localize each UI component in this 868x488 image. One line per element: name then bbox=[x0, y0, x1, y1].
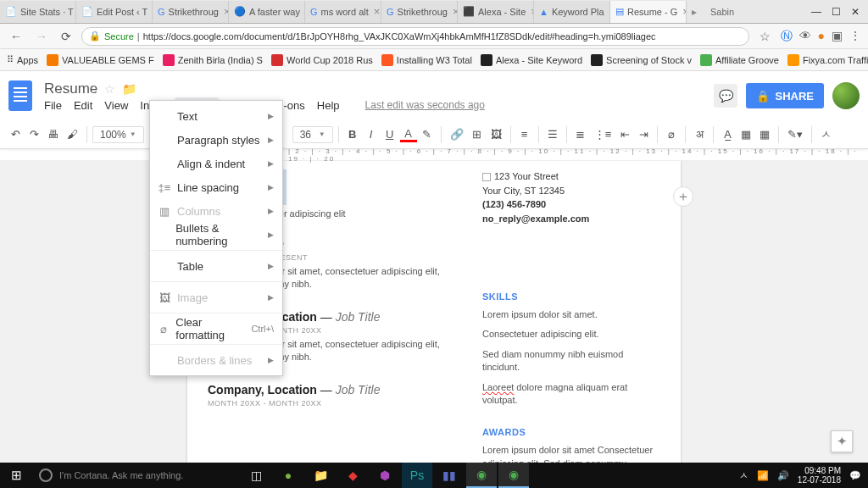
taskbar-app[interactable]: ● bbox=[273, 463, 303, 488]
explore-button[interactable]: ✦ bbox=[831, 430, 853, 452]
maximize-icon[interactable]: ☐ bbox=[832, 6, 841, 18]
tab-strike1[interactable]: GStrikethroug× bbox=[153, 1, 229, 23]
bookmark-item[interactable]: Screening of Stock v bbox=[591, 54, 692, 66]
line-spacing-icon[interactable]: ☰ bbox=[544, 125, 561, 145]
bold-icon[interactable]: B bbox=[344, 125, 361, 145]
skill-item[interactable]: Consectetuer adipiscing elit. bbox=[482, 328, 660, 341]
format-clear-formatting[interactable]: ⌀Clear formattingCtrl+\ bbox=[150, 317, 282, 341]
star-icon[interactable]: ☆ bbox=[756, 30, 774, 43]
bookmark-apps[interactable]: ⠿Apps bbox=[7, 54, 38, 65]
taskview-icon[interactable]: ◫ bbox=[241, 463, 271, 488]
numbered-list-icon[interactable]: ≣ bbox=[572, 125, 589, 145]
ext-icon[interactable]: Ⓝ bbox=[781, 29, 793, 44]
ext-icon[interactable]: ● bbox=[818, 29, 825, 44]
minimize-icon[interactable]: — bbox=[811, 6, 821, 18]
menu-icon[interactable]: ⋮ bbox=[849, 29, 861, 44]
url-field[interactable]: 🔒 Secure | https://docs.google.com/docum… bbox=[81, 27, 749, 46]
undo-icon[interactable]: ↶ bbox=[7, 125, 24, 145]
notifications-icon[interactable]: 💬 bbox=[849, 470, 861, 481]
taskbar-app[interactable]: Ps bbox=[402, 463, 432, 488]
cortana-search[interactable]: I'm Cortana. Ask me anything. bbox=[32, 463, 236, 488]
more-a-icon[interactable]: A̲ bbox=[719, 125, 736, 145]
add-comment-button[interactable]: ＋ bbox=[673, 186, 693, 207]
more-b-icon[interactable]: ▦ bbox=[737, 125, 754, 145]
taskbar-app[interactable]: ◆ bbox=[337, 463, 368, 488]
add-comment-icon[interactable]: ⊞ bbox=[469, 125, 486, 145]
ext-icon[interactable]: 👁 bbox=[799, 29, 811, 44]
tray-up-icon[interactable]: ㅅ bbox=[739, 469, 748, 482]
clear-format-icon[interactable]: ⌀ bbox=[663, 125, 680, 145]
italic-icon[interactable]: I bbox=[363, 125, 380, 145]
taskbar-app[interactable]: ⬢ bbox=[370, 463, 400, 488]
format-align-indent[interactable]: Align & indent▶ bbox=[150, 152, 282, 175]
doc-title[interactable]: Resume bbox=[44, 80, 97, 97]
bookmark-item[interactable]: Installing W3 Total bbox=[381, 54, 472, 66]
document-canvas[interactable]: ＋ Name amet, consectetuer adipiscing eli… bbox=[0, 161, 868, 463]
tab-faster[interactable]: 🔵A faster way× bbox=[229, 1, 305, 23]
format-text[interactable]: Text▶ bbox=[150, 104, 282, 128]
align-icon[interactable]: ≡ bbox=[516, 125, 533, 145]
skill-item[interactable]: Laoreet dolore magna aliquam erat volutp… bbox=[482, 381, 660, 408]
bookmark-item[interactable]: Affiliate Groove bbox=[700, 54, 779, 66]
skill-item[interactable]: Sed diam nonummy nibh euismod tincidunt. bbox=[482, 348, 660, 374]
taskbar-app[interactable]: 📁 bbox=[305, 463, 336, 488]
bookmark-item[interactable]: Alexa - Site Keyword bbox=[481, 54, 582, 66]
text-color-icon[interactable]: A bbox=[400, 127, 417, 142]
share-button[interactable]: 🔒SHARE bbox=[746, 83, 824, 108]
awards-header[interactable]: AWARDS bbox=[482, 427, 660, 437]
volume-icon[interactable]: 🔊 bbox=[777, 470, 789, 481]
system-tray[interactable]: ㅅ 📶 🔊 09:48 PM 12-07-2018 💬 bbox=[739, 466, 868, 485]
highlight-icon[interactable]: ✎ bbox=[419, 125, 436, 145]
bookmark-item[interactable]: Zenith Birla (India) S bbox=[163, 54, 263, 66]
editing-mode-icon[interactable]: ✎▾ bbox=[784, 125, 806, 145]
menu-view[interactable]: View bbox=[104, 99, 128, 112]
taskbar-app[interactable]: ▮▮ bbox=[434, 463, 465, 488]
tab-sitestats[interactable]: 📄Site Stats · T× bbox=[0, 1, 76, 23]
reload-icon[interactable]: ⟳ bbox=[58, 30, 75, 43]
comments-button[interactable]: 💬 bbox=[714, 84, 737, 108]
link-icon[interactable]: 🔗 bbox=[447, 125, 467, 145]
format-table[interactable]: Table▶ bbox=[150, 254, 282, 278]
taskbar-chrome[interactable]: ◉ bbox=[466, 463, 497, 488]
tab-msword[interactable]: Gms word alt× bbox=[305, 1, 381, 23]
collapse-toolbar-icon[interactable]: ㅅ bbox=[817, 125, 835, 145]
job-dates[interactable]: MONTH 20XX - MONTH 20XX bbox=[208, 399, 457, 408]
ext-icon[interactable]: ▣ bbox=[832, 29, 843, 44]
increase-indent-icon[interactable]: ⇥ bbox=[635, 125, 652, 145]
format-bullets-numbering[interactable]: Bullets & numbering▶ bbox=[150, 223, 282, 247]
bookmark-item[interactable]: Fixya.com Traffic, De bbox=[787, 54, 868, 66]
close-icon[interactable]: × bbox=[374, 5, 381, 18]
back-icon[interactable]: ← bbox=[7, 30, 25, 43]
last-edit-link[interactable]: Last edit was seconds ago bbox=[365, 99, 485, 112]
bookmark-item[interactable]: VALUEABLE GEMS F bbox=[47, 54, 154, 66]
awards-text[interactable]: Lorem ipsum dolor sit amet Consectetuer … bbox=[482, 444, 660, 463]
skill-item[interactable]: Lorem ipsum dolor sit amet. bbox=[482, 308, 660, 321]
address-block[interactable]: 123 Your Street Your City, ST 12345 (123… bbox=[482, 169, 660, 225]
format-line-spacing[interactable]: ‡≡Line spacing▶ bbox=[150, 175, 282, 199]
menu-file[interactable]: File bbox=[44, 99, 62, 112]
wifi-icon[interactable]: 📶 bbox=[757, 470, 769, 481]
docs-logo-icon[interactable] bbox=[8, 80, 32, 111]
close-window-icon[interactable]: ✕ bbox=[851, 6, 860, 18]
clock[interactable]: 09:48 PM 12-07-2018 bbox=[798, 466, 841, 485]
bookmark-item[interactable]: World Cup 2018 Rus bbox=[271, 54, 373, 66]
underline-icon[interactable]: U bbox=[381, 125, 398, 145]
tab-alexa[interactable]: ⬛Alexa - Site× bbox=[458, 1, 534, 23]
menu-edit[interactable]: Edit bbox=[74, 99, 92, 112]
tab-strike2[interactable]: GStrikethroug× bbox=[381, 1, 458, 23]
bullet-list-icon[interactable]: ⋮≡ bbox=[591, 125, 615, 145]
decrease-indent-icon[interactable]: ⇤ bbox=[616, 125, 633, 145]
zoom-selector[interactable]: 100%▼ bbox=[92, 126, 144, 143]
avatar[interactable] bbox=[832, 82, 860, 109]
job-heading[interactable]: Company, Location — Job Title bbox=[208, 383, 457, 397]
menu-help[interactable]: Help bbox=[317, 99, 340, 112]
format-paragraph-styles[interactable]: Paragraph styles▶ bbox=[150, 128, 282, 152]
forward-icon[interactable]: → bbox=[32, 30, 51, 43]
folder-icon[interactable]: 📁 bbox=[122, 82, 136, 96]
insert-image-icon[interactable]: 🖼 bbox=[487, 125, 505, 145]
new-tab-button[interactable]: ▸ bbox=[687, 6, 702, 18]
star-icon[interactable]: ☆ bbox=[104, 82, 115, 96]
print-icon[interactable]: 🖶 bbox=[44, 125, 62, 145]
skills-header[interactable]: SKILLS bbox=[482, 291, 660, 302]
tab-resume[interactable]: ▤Resume - G× bbox=[610, 1, 687, 23]
